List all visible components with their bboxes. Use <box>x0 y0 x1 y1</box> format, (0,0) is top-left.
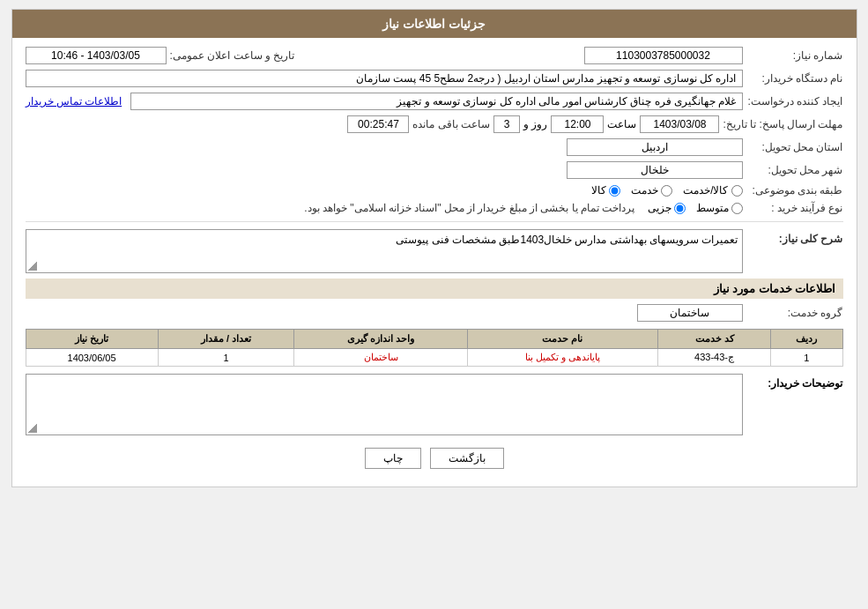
cell-vahed: ساختمان <box>294 349 467 367</box>
remain-label: ساعت باقی مانده <box>412 118 490 130</box>
radio-jozii-item: جزیی <box>648 202 686 214</box>
row-ijad-konande: ایجاد کننده درخواست: غلام جهانگیری فره چ… <box>26 93 843 110</box>
announce-value: 1403/03/05 - 10:46 <box>26 47 167 64</box>
cell-kod: ج-43-433 <box>658 349 771 367</box>
radio-khedmat-label: خدمت <box>631 184 658 197</box>
row-gorohe-khedmat: گروه خدمت: ساختمان <box>26 304 843 322</box>
row-tabaqe: طبقه بندی موضوعی: کالا/خدمت خدمت کالا <box>26 184 843 197</box>
time-label: ساعت <box>607 118 636 130</box>
buttons-row: بازگشت چاپ <box>26 448 843 469</box>
tabaqe-label: طبقه بندی موضوعی: <box>746 184 843 197</box>
sharh-label: شرح کلی نیاز: <box>746 229 843 245</box>
col-radif: ردیف <box>770 330 842 349</box>
resize-handle-sharh <box>28 262 37 271</box>
radio-jozii[interactable] <box>674 203 686 214</box>
col-kod: کد خدمت <box>658 330 771 349</box>
col-tarikh: تاریخ نیاز <box>26 330 158 349</box>
ijad-konande-value: غلام جهانگیری فره چناق کارشناس امور مالی… <box>130 93 742 110</box>
sharh-value: تعمیرات سرویسهای بهداشتی مدارس خلخال1403… <box>396 234 738 246</box>
gorohe-khedmat-label: گروه خدمت: <box>746 307 843 319</box>
farayand-radios: متوسط جزیی <box>648 202 743 214</box>
shomara-label: شماره نیاز: <box>746 49 843 62</box>
col-nam: نام حدمت <box>467 330 657 349</box>
nam-dastgah-label: نام دستگاه خریدار: <box>746 72 843 85</box>
row-shomara: شماره نیاز: 1103003785000032 تاریخ و ساع… <box>26 47 843 64</box>
radio-khedmat[interactable] <box>661 185 672 197</box>
announce-label: تاریخ و ساعت اعلان عمومی: <box>170 49 295 62</box>
shomara-value: 1103003785000032 <box>584 47 743 64</box>
khadamat-section-title: اطلاعات خدمات مورد نیاز <box>26 279 843 299</box>
radio-motevaset-label: متوسط <box>696 202 729 214</box>
page-title: جزئیات اطلاعات نیاز <box>382 17 486 31</box>
shahr-label: شهر محل تحویل: <box>746 164 843 176</box>
radio-motevaset[interactable] <box>731 203 743 214</box>
tavzihat-box <box>26 374 743 435</box>
print-button[interactable]: چاپ <box>365 448 421 469</box>
sharh-box: تعمیرات سرویسهای بهداشتی مدارس خلخال1403… <box>26 229 743 273</box>
mohlat-label: مهلت ارسال پاسخ: تا تاریخ: <box>723 118 842 130</box>
date-value: 1403/03/08 <box>640 115 719 133</box>
tavzihat-label: توضیحات خریدار: <box>746 374 843 390</box>
shahr-value: خلخال <box>567 161 743 179</box>
radio-kala-khedmat-label: کالا/خدمت <box>683 184 728 197</box>
radio-kala-item: کالا <box>591 184 620 197</box>
days-label: روز و <box>523 118 547 130</box>
radio-kala[interactable] <box>609 185 620 197</box>
content-area: شماره نیاز: 1103003785000032 تاریخ و ساع… <box>12 38 857 486</box>
row-ostan: استان محل تحویل: اردبیل <box>26 138 843 156</box>
ostan-value: اردبیل <box>567 138 743 156</box>
time-value: 12:00 <box>551 115 604 133</box>
row-tavzihat: توضیحات خریدار: <box>26 374 843 435</box>
tabaqe-radios: کالا/خدمت خدمت کالا <box>591 184 742 197</box>
table-row: 1 ج-43-433 پایانده‍ی و تکمیل بنا ساختمان… <box>26 349 842 367</box>
row-sharh: شرح کلی نیاز: تعمیرات سرویسهای بهداشتی م… <box>26 229 843 273</box>
cell-tarikh: 1403/06/05 <box>26 349 158 367</box>
ettelaat-tamas-link[interactable]: اطلاعات تماس خریدار <box>26 95 122 108</box>
radio-khedmat-item: خدمت <box>631 184 672 197</box>
gorohe-khedmat-value: ساختمان <box>637 304 743 322</box>
row-shahr: شهر محل تحویل: خلخال <box>26 161 843 179</box>
nam-dastgah-value: اداره کل نوسازی توسعه و تجهیز مدارس استا… <box>26 70 743 87</box>
page-header: جزئیات اطلاعات نیاز <box>12 10 857 38</box>
ostan-label: استان محل تحویل: <box>746 141 843 153</box>
ijad-konande-label: ایجاد کننده درخواست: <box>746 95 843 108</box>
row-farayand: نوع فرآیند خرید : متوسط جزیی پرداخت تمام… <box>26 202 843 214</box>
farayand-label: نوع فرآیند خرید : <box>746 202 843 214</box>
resize-handle-tavzihat <box>28 424 37 433</box>
row-mohlat: مهلت ارسال پاسخ: تا تاریخ: 1403/03/08 سا… <box>26 115 843 133</box>
cell-radif: 1 <box>770 349 842 367</box>
col-tedad: تعداد / مقدار <box>158 330 294 349</box>
radio-kala-label: کالا <box>591 184 606 197</box>
page-container: جزئیات اطلاعات نیاز شماره نیاز: 11030037… <box>11 9 857 487</box>
service-table: ردیف کد خدمت نام حدمت واحد اندازه گیری ت… <box>26 329 843 367</box>
radio-kala-khedmat-item: کالا/خدمت <box>683 184 742 197</box>
divider1 <box>26 221 843 222</box>
days-value: 3 <box>493 115 520 133</box>
row-nam-dastgah: نام دستگاه خریدار: اداره کل نوسازی توسعه… <box>26 70 843 87</box>
col-vahed: واحد اندازه گیری <box>294 330 467 349</box>
cell-tedad: 1 <box>158 349 294 367</box>
radio-kala-khedmat[interactable] <box>731 185 743 197</box>
radio-motevaset-item: متوسط <box>696 202 743 214</box>
remain-value: 00:25:47 <box>347 115 409 133</box>
radio-jozii-label: جزیی <box>648 202 671 214</box>
farayand-desc: پرداخت تمام یا بخشی از مبلغ خریدار از مح… <box>304 202 634 214</box>
cell-nam: پایانده‍ی و تکمیل بنا <box>467 349 657 367</box>
back-button[interactable]: بازگشت <box>430 448 504 469</box>
table-header-row: ردیف کد خدمت نام حدمت واحد اندازه گیری ت… <box>26 330 842 349</box>
